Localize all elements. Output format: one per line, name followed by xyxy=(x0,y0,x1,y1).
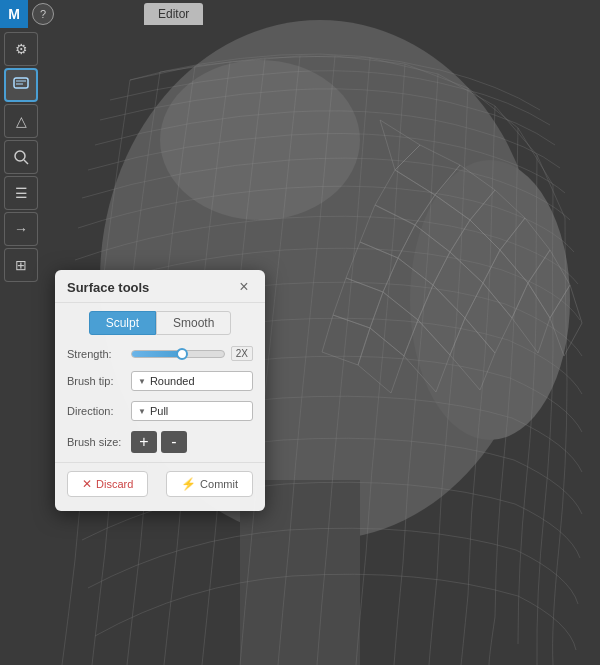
help-button[interactable]: ? xyxy=(32,3,54,25)
discard-label: Discard xyxy=(96,478,133,490)
left-toolbar: ⚙ △ ☰ → ⊞ xyxy=(0,28,42,286)
dropdown-arrow-icon2: ▼ xyxy=(138,407,146,416)
strength-2x-label: 2X xyxy=(231,346,253,361)
strength-row: Strength: 2X xyxy=(55,341,265,366)
brush-tip-dropdown[interactable]: ▼ Rounded xyxy=(131,371,253,391)
svg-point-4 xyxy=(160,60,360,220)
brush-size-label: Brush size: xyxy=(67,436,125,448)
dropdown-arrow-icon: ▼ xyxy=(138,377,146,386)
svg-point-8 xyxy=(15,151,25,161)
brush-tip-row: Brush tip: ▼ Rounded xyxy=(55,366,265,396)
brush-size-buttons: + - xyxy=(131,431,187,453)
strength-slider-container: 2X xyxy=(131,346,253,361)
tool-sculpt[interactable] xyxy=(4,68,38,102)
brush-size-plus-button[interactable]: + xyxy=(131,431,157,453)
panel-header: Surface tools × xyxy=(55,270,265,303)
discard-icon: ✕ xyxy=(82,477,92,491)
tool-grid[interactable]: ⊞ xyxy=(4,248,38,282)
tab-sculpt[interactable]: Sculpt xyxy=(89,311,156,335)
slider-fill xyxy=(132,351,182,357)
direction-value: Pull xyxy=(150,405,168,417)
panel-title: Surface tools xyxy=(67,280,149,295)
direction-dropdown[interactable]: ▼ Pull xyxy=(131,401,253,421)
editor-tab[interactable]: Editor xyxy=(144,3,203,25)
tab-smooth[interactable]: Smooth xyxy=(156,311,231,335)
brush-size-minus-button[interactable]: - xyxy=(161,431,187,453)
brush-tip-value: Rounded xyxy=(150,375,195,387)
tool-settings[interactable]: ⚙ xyxy=(4,32,38,66)
brush-size-row: Brush size: + - xyxy=(55,426,265,458)
action-row: ✕ Discard ⚡ Commit xyxy=(55,462,265,501)
tool-zoom[interactable] xyxy=(4,140,38,174)
tool-triangle[interactable]: △ xyxy=(4,104,38,138)
svg-point-3 xyxy=(410,160,570,440)
slider-thumb xyxy=(176,348,188,360)
svg-line-9 xyxy=(24,160,28,164)
commit-button[interactable]: ⚡ Commit xyxy=(166,471,253,497)
strength-slider[interactable] xyxy=(131,350,225,358)
direction-row: Direction: ▼ Pull xyxy=(55,396,265,426)
tool-layers[interactable]: ☰ xyxy=(4,176,38,210)
panel-close-button[interactable]: × xyxy=(235,278,253,296)
commit-icon: ⚡ xyxy=(181,477,196,491)
direction-label: Direction: xyxy=(67,405,125,417)
brush-tip-label: Brush tip: xyxy=(67,375,125,387)
top-bar: M ? Editor xyxy=(0,0,600,28)
svg-rect-5 xyxy=(14,78,28,88)
surface-tools-panel: Surface tools × Sculpt Smooth Strength: … xyxy=(55,270,265,511)
tool-export[interactable]: → xyxy=(4,212,38,246)
logo-button[interactable]: M xyxy=(0,0,28,28)
strength-label: Strength: xyxy=(67,348,125,360)
mode-tabs: Sculpt Smooth xyxy=(55,303,265,341)
commit-label: Commit xyxy=(200,478,238,490)
discard-button[interactable]: ✕ Discard xyxy=(67,471,148,497)
